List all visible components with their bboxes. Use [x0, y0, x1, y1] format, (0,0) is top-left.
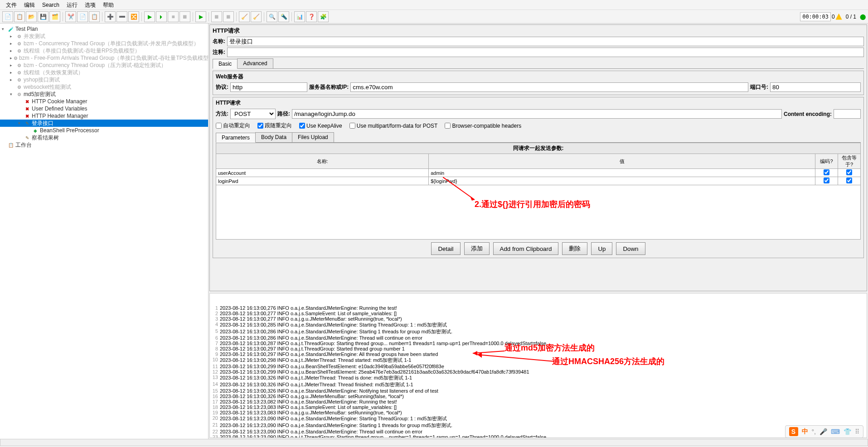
menu-item[interactable]: 选项	[81, 0, 99, 10]
tree-toggle[interactable]: ▾	[18, 121, 23, 125]
tree-node[interactable]: ✖User Defined Variables	[0, 105, 208, 112]
clear-all-button[interactable]: 🧹	[251, 11, 262, 22]
browser-compat-checkbox[interactable]: Browser-compatible headers	[445, 122, 521, 130]
ime-mic-icon[interactable]: 🎤	[820, 428, 827, 435]
save-button[interactable]: 💾	[38, 11, 48, 22]
menu-item[interactable]: 运行	[63, 0, 81, 10]
tab-parameters[interactable]: Parameters	[216, 133, 256, 143]
tree-panel[interactable]: ▾🧪Test Plan▸⚙并发测试▸⚙bzm - Concurrency Thr…	[0, 24, 209, 439]
collapse-button[interactable]: ➖	[116, 11, 127, 22]
menu-item[interactable]: 编辑	[20, 0, 39, 10]
open-button[interactable]: 📂	[26, 11, 37, 22]
tree-toggle[interactable]: ▸	[10, 56, 12, 60]
menu-item[interactable]: 文件	[2, 0, 20, 10]
ime-lang[interactable]: 中	[802, 428, 808, 436]
name-input[interactable]	[227, 37, 864, 46]
new-button[interactable]: 📄	[2, 11, 13, 22]
reset-search-button[interactable]: 🔦	[278, 11, 289, 22]
tree-node[interactable]: ▸⚙线程组（单接口负载测试-吞吐量RPS负载模型）	[0, 47, 208, 54]
keepalive-checkbox[interactable]: Use KeepAlive	[299, 122, 342, 130]
tab-body-data[interactable]: Body Data	[255, 132, 292, 142]
tree-node[interactable]: ▸⚙线程组（失效恢复测试）	[0, 69, 208, 76]
tab-advanced[interactable]: Advanced	[237, 58, 273, 68]
table-row[interactable]: loginPwd${loginPwd}	[216, 177, 861, 185]
log-panel[interactable]: 12023-08-12 16:13:00,276 INFO o.a.j.e.St…	[209, 293, 867, 438]
server-input[interactable]	[350, 82, 748, 92]
tree-toggle[interactable]: ▸	[10, 34, 15, 38]
tree-node[interactable]: ▸⚙bzm - Concurrency Thread Group（压力测试-稳定…	[0, 62, 208, 69]
tree-toggle[interactable]: ▸	[10, 48, 15, 53]
plugins-button[interactable]: 🧩	[318, 11, 329, 22]
tree-node[interactable]: ▸⚙bzm - Concurrency Thread Group（单接口负载测试…	[0, 40, 208, 47]
tree-toggle[interactable]: ▾	[10, 92, 15, 96]
menu-item[interactable]: Search	[39, 0, 63, 10]
remote-stop-button[interactable]: ⏹	[211, 11, 222, 22]
parameters-table[interactable]: 名称: 值 编码? 包含等于? userAccountadminloginPwd…	[216, 154, 861, 185]
ime-skin-icon[interactable]: 👕	[844, 428, 851, 435]
tree-toggle[interactable]: ▸	[10, 77, 15, 82]
ime-menu-icon[interactable]: ⠿	[855, 428, 859, 435]
include-checkbox[interactable]	[846, 178, 852, 183]
add-button[interactable]: 添加	[464, 242, 490, 255]
method-select[interactable]: POST	[230, 109, 276, 119]
clipboard-button[interactable]: Add from Clipboard	[493, 242, 559, 255]
search-button[interactable]: 🔍	[267, 11, 277, 22]
down-button[interactable]: Down	[616, 242, 645, 255]
tab-basic[interactable]: Basic	[213, 59, 238, 69]
save-as-button[interactable]: 🗂️	[49, 11, 60, 22]
ime-keyboard-icon[interactable]: ⌨	[831, 428, 840, 435]
remote-start-button[interactable]: ▶	[195, 11, 206, 22]
expand-button[interactable]: ➕	[105, 11, 116, 22]
tree-toggle[interactable]: ▸	[10, 41, 15, 46]
encoding-input[interactable]	[834, 109, 861, 119]
tree-node[interactable]: ✖HTTP Header Manager	[0, 112, 208, 120]
encode-checkbox[interactable]	[824, 169, 829, 175]
copy-button[interactable]: 📄	[77, 11, 88, 22]
tree-node[interactable]: ✖HTTP Cookie Manager	[0, 98, 208, 105]
help-button[interactable]: ❓	[306, 11, 317, 22]
ime-punct-icon[interactable]: °,	[812, 428, 816, 435]
ime-toolbar[interactable]: S 中 °, 🎤 ⌨ 👕 ⠿	[785, 425, 864, 438]
clear-button[interactable]: 🧹	[239, 11, 250, 22]
remote-shutdown-button[interactable]: ⏹	[223, 11, 234, 22]
shutdown-button[interactable]: ⏹	[179, 11, 190, 22]
warning-icon[interactable]	[836, 14, 842, 20]
multipart-checkbox[interactable]: Use multipart/form-data for POST	[349, 122, 438, 130]
tab-files-upload[interactable]: Files Upload	[292, 132, 334, 142]
tree-node[interactable]: ▾⚙md5加密测试	[0, 91, 208, 98]
port-input[interactable]	[770, 82, 861, 92]
detail-button[interactable]: Detail	[431, 242, 460, 255]
include-checkbox[interactable]	[846, 169, 852, 175]
function-helper-button[interactable]: 📊	[294, 11, 305, 22]
up-button[interactable]: Up	[591, 242, 612, 255]
delete-button[interactable]: 删除	[562, 242, 587, 255]
path-input[interactable]	[292, 109, 782, 119]
tree-node[interactable]: ▾🧪Test Plan	[0, 25, 208, 33]
templates-button[interactable]: 📋	[14, 11, 25, 22]
tree-node[interactable]: ⚙websocket性能测试	[0, 83, 208, 91]
tree-node[interactable]: ✎察看结果树	[0, 134, 208, 141]
toggle-button[interactable]: 🔀	[128, 11, 139, 22]
menu-item[interactable]: 帮助	[99, 0, 117, 10]
tree-node[interactable]: ▸⚙并发测试	[0, 33, 208, 40]
follow-redirect-checkbox[interactable]: 跟随重定向	[257, 122, 292, 130]
tree-node[interactable]: ▾✎登录接口	[0, 120, 208, 127]
tree-toggle[interactable]: ▸	[10, 63, 15, 67]
tree-toggle[interactable]: ▾	[2, 27, 6, 31]
tree-node[interactable]: 📋工作台	[0, 141, 208, 149]
comment-input[interactable]	[227, 48, 864, 57]
cut-button[interactable]: ✂️	[65, 11, 76, 22]
tree-toggle[interactable]: ▸	[10, 70, 15, 75]
start-no-pause-button[interactable]: ⏵	[156, 11, 167, 22]
encode-checkbox[interactable]	[824, 178, 829, 183]
params-empty-area[interactable]: 2.通过${}进行引用加密后的密码	[216, 185, 861, 240]
table-row[interactable]: userAccountadmin	[216, 169, 861, 177]
protocol-input[interactable]	[230, 82, 307, 92]
stop-button[interactable]: ■	[168, 11, 179, 22]
tree-node[interactable]: ▸⚙yshop接口测试	[0, 76, 208, 83]
horizontal-scrollbar[interactable]	[0, 439, 868, 446]
tree-node[interactable]: ▸⚙bzm - Free-Form Arrivals Thread Group（…	[0, 54, 208, 62]
tree-node[interactable]: ◆BeanShell PreProcessor	[0, 127, 208, 134]
start-button[interactable]: ▶	[144, 11, 155, 22]
auto-redirect-checkbox[interactable]: 自动重定向	[216, 122, 250, 130]
